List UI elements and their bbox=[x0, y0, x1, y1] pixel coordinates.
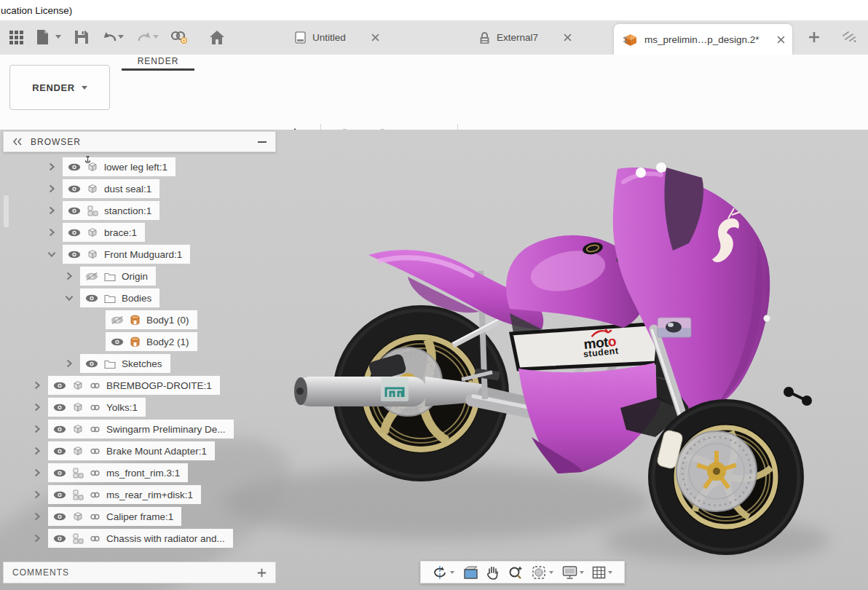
visibility-icon[interactable] bbox=[53, 535, 66, 543]
browser-item[interactable]: BREMBOGP-DROITE:1 bbox=[3, 374, 276, 396]
visibility-icon[interactable] bbox=[53, 404, 66, 412]
minimize-panel-icon[interactable] bbox=[258, 141, 267, 143]
grounded-anchor-icon bbox=[84, 156, 91, 163]
chevron-right-icon[interactable] bbox=[32, 534, 42, 543]
browser-item[interactable]: brace:1 bbox=[3, 221, 276, 243]
share-button[interactable] bbox=[169, 27, 189, 47]
visibility-icon[interactable] bbox=[68, 251, 81, 259]
browser-item[interactable]: Chassis with radiator and... bbox=[3, 527, 276, 549]
browser-item[interactable]: Bodies bbox=[3, 287, 276, 309]
add-comment-icon[interactable] bbox=[257, 568, 267, 578]
visibility-icon[interactable] bbox=[53, 447, 66, 455]
workspace-selector-button[interactable]: RENDER bbox=[9, 65, 110, 110]
browser-item[interactable]: lower leg left:1 bbox=[3, 156, 276, 178]
orbit-caret-icon[interactable] bbox=[450, 571, 454, 574]
chevron-right-icon[interactable] bbox=[32, 468, 42, 477]
visibility-icon[interactable] bbox=[53, 491, 66, 499]
browser-item-chip: brace:1 bbox=[63, 223, 145, 242]
chevron-right-icon[interactable] bbox=[64, 272, 74, 280]
browser-item[interactable]: dust seal:1 bbox=[3, 178, 276, 200]
visibility-icon[interactable] bbox=[85, 294, 98, 302]
browser-item[interactable]: stanction:1 bbox=[3, 200, 276, 221]
home-button[interactable] bbox=[207, 27, 227, 47]
close-icon[interactable] bbox=[777, 36, 785, 44]
chevron-right-icon[interactable] bbox=[32, 425, 42, 433]
save-button[interactable] bbox=[71, 27, 92, 47]
chevron-right-icon[interactable] bbox=[64, 359, 74, 368]
file-menu-caret-icon[interactable] bbox=[55, 35, 61, 39]
visibility-icon[interactable] bbox=[85, 360, 98, 368]
collapse-panel-icon[interactable] bbox=[12, 138, 22, 146]
new-tab-button[interactable] bbox=[804, 27, 824, 47]
browser-item[interactable]: Body2 (1) bbox=[3, 331, 276, 353]
browser-item[interactable]: Swingarm Preliminary De... bbox=[3, 418, 276, 440]
tab-untitled[interactable]: Untitled bbox=[295, 20, 379, 55]
tab-active-design[interactable]: ms_prelimin…p_design.2* bbox=[614, 24, 792, 55]
browser-item-label: ms_front_rim.3:1 bbox=[106, 468, 180, 479]
joint-indicator[interactable] bbox=[784, 387, 812, 406]
visibility-icon[interactable] bbox=[53, 469, 66, 477]
browser-item[interactable]: Origin bbox=[3, 265, 276, 287]
app-grid-button[interactable] bbox=[6, 27, 26, 47]
chevron-right-icon[interactable] bbox=[32, 447, 42, 455]
look-at-button[interactable] bbox=[463, 566, 478, 579]
browser-scrollbar[interactable] bbox=[4, 195, 9, 227]
job-status-button[interactable] bbox=[839, 27, 859, 47]
browser-item[interactable]: Caliper frame:1 bbox=[3, 506, 276, 527]
browser-item[interactable]: Yolks:1 bbox=[3, 396, 276, 418]
comments-label: COMMENTS bbox=[12, 567, 69, 578]
fit-caret-icon[interactable] bbox=[549, 571, 553, 574]
appearance-widget[interactable] bbox=[381, 377, 409, 401]
pan-button[interactable] bbox=[486, 565, 500, 580]
chevron-down-icon[interactable] bbox=[65, 293, 74, 303]
chevron-down-icon[interactable] bbox=[47, 249, 56, 259]
close-icon[interactable] bbox=[564, 34, 572, 42]
browser-item[interactable]: Front Mudguard:1 bbox=[3, 243, 276, 265]
redo-caret-icon[interactable] bbox=[153, 35, 159, 39]
chevron-right-icon[interactable] bbox=[32, 403, 42, 412]
fusion-window: ucation License) bbox=[0, 0, 868, 590]
chevron-right-icon[interactable] bbox=[47, 162, 57, 171]
document-icon bbox=[295, 31, 306, 44]
browser-item[interactable]: Body1 (0) bbox=[3, 309, 276, 331]
visibility-icon[interactable] bbox=[68, 207, 81, 215]
zoom-button[interactable] bbox=[508, 565, 523, 580]
display-caret-icon[interactable] bbox=[580, 571, 584, 574]
visibility-icon[interactable] bbox=[111, 338, 124, 346]
visibility-icon[interactable] bbox=[68, 185, 81, 193]
chevron-right-icon[interactable] bbox=[47, 228, 57, 237]
browser-item-chip: Body2 (1) bbox=[106, 332, 197, 351]
browser-item-chip: Swingarm Preliminary De... bbox=[48, 420, 234, 438]
visibility-icon[interactable] bbox=[53, 513, 66, 521]
undo-button[interactable] bbox=[99, 27, 119, 47]
browser-item[interactable]: ms_rear_rim+disk:1 bbox=[3, 484, 276, 506]
visibility-icon[interactable] bbox=[68, 229, 81, 237]
undo-caret-icon[interactable] bbox=[118, 35, 124, 39]
grid-layout-button[interactable] bbox=[592, 566, 612, 579]
visibility-off-icon[interactable] bbox=[111, 316, 124, 324]
tab-external7[interactable]: External7 bbox=[479, 20, 572, 55]
redo-button[interactable] bbox=[134, 27, 154, 47]
orbit-button[interactable] bbox=[433, 565, 454, 580]
decal-widget[interactable] bbox=[658, 318, 691, 337]
orbit-icon bbox=[433, 565, 448, 580]
ribbon-tab-render[interactable]: RENDER bbox=[122, 56, 194, 66]
chevron-right-icon[interactable] bbox=[32, 512, 42, 521]
grid-caret-icon[interactable] bbox=[608, 571, 612, 574]
visibility-off-icon[interactable] bbox=[85, 272, 98, 280]
chevron-right-icon[interactable] bbox=[32, 490, 42, 499]
browser-item[interactable]: Brake Mount Adapter:1 bbox=[3, 440, 276, 462]
browser-item[interactable]: Sketches bbox=[3, 353, 276, 374]
chevron-right-icon[interactable] bbox=[47, 184, 57, 193]
close-icon[interactable] bbox=[371, 34, 379, 42]
chevron-right-icon[interactable] bbox=[32, 381, 42, 390]
visibility-icon[interactable] bbox=[53, 382, 66, 390]
display-settings-button[interactable] bbox=[562, 565, 584, 579]
chevron-right-icon[interactable] bbox=[47, 206, 57, 215]
visibility-icon[interactable] bbox=[68, 163, 81, 171]
comments-bar[interactable]: COMMENTS bbox=[3, 562, 276, 583]
visibility-icon[interactable] bbox=[53, 425, 66, 433]
file-menu-button[interactable] bbox=[32, 27, 52, 47]
browser-item[interactable]: ms_front_rim.3:1 bbox=[3, 462, 276, 484]
fit-button[interactable] bbox=[532, 565, 553, 580]
